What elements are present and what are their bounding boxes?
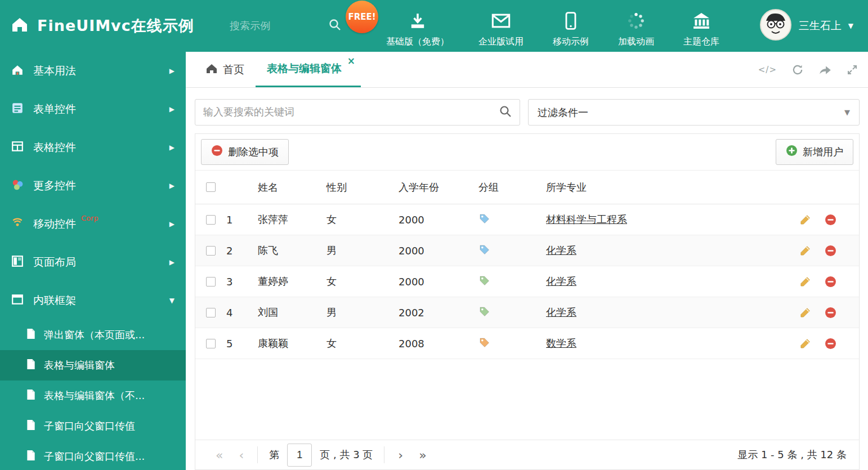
column-header-group[interactable]: 分组 — [471, 181, 538, 194]
sidebar-subitem-popup-window[interactable]: 弹出窗体（本页面或... — [0, 320, 186, 350]
home-tab-icon — [206, 64, 217, 76]
edit-pencil-icon[interactable] — [799, 245, 811, 257]
maximize-icon[interactable] — [847, 64, 858, 75]
sidebar-item-basic-usage[interactable]: 基本用法 ▶ — [0, 52, 186, 90]
mobile-signal-icon — [11, 217, 24, 231]
tab-home[interactable]: 首页 — [195, 52, 256, 87]
select-all-checkbox[interactable] — [206, 182, 216, 192]
sidebar-item-grid-controls[interactable]: 表格控件 ▶ — [0, 128, 186, 167]
username: 三生石上 — [799, 19, 842, 33]
column-header-major[interactable]: 所学专业 — [538, 181, 793, 194]
form-icon — [11, 102, 24, 117]
major-link[interactable]: 材料科学与工程系 — [546, 213, 627, 225]
nav-item-theme-store[interactable]: 主题仓库 — [683, 4, 719, 48]
delete-row-icon[interactable] — [825, 245, 836, 257]
row-checkbox[interactable] — [206, 246, 216, 256]
grid-panel: 删除选中项 新增用户 姓名 性别 入学年份 分组 所学专业 — [195, 133, 860, 470]
filter-dropdown[interactable]: 过滤条件一 ▼ — [528, 99, 860, 126]
row-checkbox[interactable] — [206, 308, 216, 317]
close-icon[interactable]: × — [347, 55, 355, 66]
frame-icon — [11, 293, 24, 308]
edit-pencil-icon[interactable] — [799, 307, 811, 319]
spinner-icon — [627, 11, 645, 31]
delete-selected-button[interactable]: 删除选中项 — [201, 139, 289, 165]
delete-row-icon[interactable] — [825, 338, 836, 350]
table-row[interactable]: 2 陈飞 男 2000 化学系 — [195, 235, 859, 266]
delete-row-icon[interactable] — [825, 214, 836, 226]
download-icon — [409, 11, 427, 31]
sidebar-item-more-controls[interactable]: 更多控件 ▶ — [0, 167, 186, 205]
search-icon[interactable] — [499, 105, 512, 120]
pagination-summary: 显示 1 - 5 条 , 共 12 条 — [737, 448, 847, 462]
sidebar-subitem-grid-edit-window[interactable]: 表格与编辑窗体 — [0, 350, 186, 381]
header-search-input[interactable] — [230, 20, 314, 32]
open-in-new-icon[interactable] — [818, 64, 832, 75]
sidebar-item-mobile-controls[interactable]: 移动控件 Corp ▶ — [0, 205, 186, 243]
cell-index: 5 — [226, 338, 250, 350]
major-link[interactable]: 化学系 — [546, 275, 576, 287]
minus-circle-icon — [211, 145, 223, 159]
source-code-icon[interactable]: </> — [758, 65, 777, 75]
column-header-name[interactable]: 姓名 — [250, 181, 319, 194]
edit-pencil-icon[interactable] — [799, 276, 811, 288]
column-header-gender[interactable]: 性别 — [319, 181, 391, 194]
table-row[interactable]: 4 刘国 男 2002 化学系 — [195, 297, 859, 328]
nav-item-mobile-demo[interactable]: 移动示例 — [553, 4, 589, 48]
tab-grid-edit-window[interactable]: 表格与编辑窗体 × — [256, 52, 361, 87]
prev-page-button[interactable]: ‹ — [231, 448, 252, 462]
table-icon — [11, 140, 24, 155]
envelope-icon — [491, 11, 511, 31]
column-header-year[interactable]: 入学年份 — [391, 181, 471, 194]
mobile-icon — [565, 11, 576, 31]
cell-index: 4 — [226, 307, 250, 319]
row-checkbox[interactable] — [206, 277, 216, 287]
table-row[interactable]: 1 张萍萍 女 2000 材料科学与工程系 — [195, 204, 859, 235]
cell-name: 康颖颖 — [250, 337, 319, 350]
keyword-search-input[interactable] — [203, 106, 499, 118]
last-page-button[interactable]: » — [411, 448, 434, 462]
table-row[interactable]: 3 董婷婷 女 2000 化学系 — [195, 266, 859, 297]
tag-icon — [478, 306, 490, 320]
delete-row-icon[interactable] — [825, 276, 836, 288]
sidebar-item-iframe[interactable]: 内联框架 ▼ — [0, 281, 186, 320]
free-badge: FREE! — [346, 1, 378, 33]
table-row[interactable]: 5 康颖颖 女 2008 数学系 — [195, 328, 859, 359]
cell-group — [471, 244, 538, 258]
page-label-before: 第 — [269, 448, 279, 462]
delete-row-icon[interactable] — [825, 307, 836, 319]
page-number-input[interactable] — [287, 444, 312, 467]
sidebar-subitem-grid-edit-window-2[interactable]: 表格与编辑窗体（不... — [0, 381, 186, 411]
nav-item-enterprise-trial[interactable]: 企业版试用 — [478, 4, 524, 48]
nav-item-loading-animation[interactable]: 加载动画 — [618, 4, 654, 48]
sidebar-item-form-controls[interactable]: 表单控件 ▶ — [0, 90, 186, 128]
header-nav: FREE! 基础版（免费） 企业版试用 移动示例 — [386, 4, 719, 48]
first-page-button[interactable]: « — [208, 448, 231, 462]
sidebar-subitem-child-to-parent-2[interactable]: 子窗口向父窗口传值... — [0, 441, 186, 470]
sidebar-subitem-label: 子窗口向父窗口传值 — [44, 419, 135, 433]
cell-gender: 男 — [319, 306, 391, 319]
sidebar-item-page-layout[interactable]: 页面布局 ▶ — [0, 243, 186, 281]
add-user-button[interactable]: 新增用户 — [776, 139, 853, 165]
major-link[interactable]: 化学系 — [546, 306, 576, 318]
user-menu[interactable]: 三生石上 ▼ — [759, 8, 868, 43]
filter-row: 过滤条件一 ▼ — [195, 99, 860, 126]
refresh-icon[interactable] — [791, 64, 804, 76]
sidebar-subitem-child-to-parent[interactable]: 子窗口向父窗口传值 — [0, 411, 186, 441]
cell-index: 1 — [226, 214, 250, 226]
brand[interactable]: FineUIMvc在线示例 — [0, 16, 230, 36]
edit-pencil-icon[interactable] — [799, 214, 811, 226]
search-icon[interactable] — [329, 19, 341, 33]
more-controls-icon — [11, 178, 24, 193]
tab-label: 表格与编辑窗体 — [267, 61, 342, 76]
row-checkbox[interactable] — [206, 215, 216, 225]
edit-pencil-icon[interactable] — [799, 338, 811, 350]
cell-gender: 男 — [319, 244, 391, 257]
cell-year: 2000 — [391, 276, 471, 288]
nav-item-basic-free[interactable]: FREE! 基础版（免费） — [386, 4, 449, 48]
header-search — [230, 19, 349, 33]
major-link[interactable]: 化学系 — [546, 244, 576, 256]
major-link[interactable]: 数学系 — [546, 337, 576, 349]
cell-name: 张萍萍 — [250, 213, 319, 226]
row-checkbox[interactable] — [206, 339, 216, 348]
next-page-button[interactable]: › — [390, 448, 411, 462]
